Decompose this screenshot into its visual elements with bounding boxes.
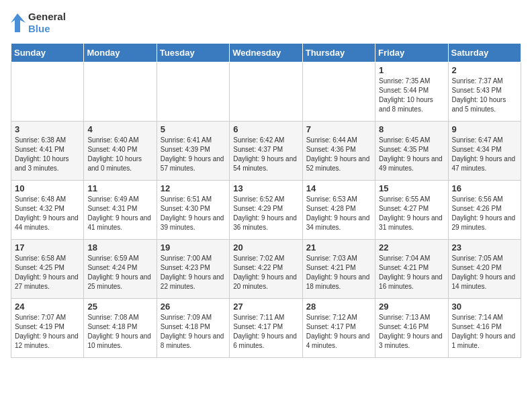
calendar-cell	[230, 62, 302, 122]
calendar-cell: 19Sunrise: 7:00 AM Sunset: 4:23 PM Dayli…	[157, 240, 229, 299]
day-info: Sunrise: 6:56 AM Sunset: 4:26 PM Dayligh…	[452, 195, 517, 232]
day-info: Sunrise: 7:37 AM Sunset: 5:43 PM Dayligh…	[452, 77, 517, 114]
calendar-cell: 24Sunrise: 7:07 AM Sunset: 4:19 PM Dayli…	[11, 299, 84, 358]
week-row-1: 3Sunrise: 6:38 AM Sunset: 4:41 PM Daylig…	[11, 122, 521, 181]
day-info: Sunrise: 6:48 AM Sunset: 4:32 PM Dayligh…	[15, 195, 80, 232]
day-number: 22	[379, 242, 444, 253]
calendar-cell: 7Sunrise: 6:44 AM Sunset: 4:36 PM Daylig…	[302, 122, 375, 181]
calendar-cell: 2Sunrise: 7:37 AM Sunset: 5:43 PM Daylig…	[448, 62, 521, 122]
calendar-cell: 25Sunrise: 7:08 AM Sunset: 4:18 PM Dayli…	[84, 299, 157, 358]
calendar-cell	[157, 62, 229, 122]
day-number: 30	[452, 302, 517, 312]
day-number: 26	[161, 302, 226, 312]
day-info: Sunrise: 6:55 AM Sunset: 4:27 PM Dayligh…	[379, 195, 444, 232]
day-number: 21	[306, 242, 371, 253]
week-row-3: 17Sunrise: 6:58 AM Sunset: 4:25 PM Dayli…	[11, 240, 521, 299]
day-number: 24	[15, 302, 80, 312]
day-number: 8	[379, 124, 444, 134]
header-thursday: Thursday	[302, 44, 375, 62]
logo-general: General	[28, 11, 66, 23]
calendar-cell: 26Sunrise: 7:09 AM Sunset: 4:18 PM Dayli…	[157, 299, 229, 358]
calendar-cell: 3Sunrise: 6:38 AM Sunset: 4:41 PM Daylig…	[11, 122, 84, 181]
day-info: Sunrise: 7:11 AM Sunset: 4:17 PM Dayligh…	[233, 313, 298, 351]
calendar-cell: 11Sunrise: 6:49 AM Sunset: 4:31 PM Dayli…	[84, 181, 157, 240]
week-row-2: 10Sunrise: 6:48 AM Sunset: 4:32 PM Dayli…	[11, 181, 521, 240]
day-number: 7	[306, 124, 371, 134]
day-info: Sunrise: 7:35 AM Sunset: 5:44 PM Dayligh…	[379, 77, 444, 114]
day-number: 6	[233, 124, 298, 134]
day-number: 3	[15, 124, 80, 134]
day-info: Sunrise: 7:08 AM Sunset: 4:18 PM Dayligh…	[87, 313, 152, 351]
calendar-cell: 9Sunrise: 6:47 AM Sunset: 4:34 PM Daylig…	[448, 122, 521, 181]
day-info: Sunrise: 7:00 AM Sunset: 4:23 PM Dayligh…	[161, 254, 226, 291]
day-info: Sunrise: 7:09 AM Sunset: 4:18 PM Dayligh…	[161, 313, 226, 351]
header-friday: Friday	[375, 44, 448, 62]
day-info: Sunrise: 6:47 AM Sunset: 4:34 PM Dayligh…	[452, 136, 517, 173]
day-number: 25	[87, 302, 152, 312]
calendar-cell: 16Sunrise: 6:56 AM Sunset: 4:26 PM Dayli…	[448, 181, 521, 240]
calendar-cell: 17Sunrise: 6:58 AM Sunset: 4:25 PM Dayli…	[11, 240, 84, 299]
day-number: 15	[379, 183, 444, 193]
day-info: Sunrise: 7:14 AM Sunset: 4:16 PM Dayligh…	[452, 313, 517, 351]
day-number: 2	[452, 65, 517, 75]
header-saturday: Saturday	[448, 44, 521, 62]
header-tuesday: Tuesday	[157, 44, 229, 62]
day-info: Sunrise: 6:52 AM Sunset: 4:29 PM Dayligh…	[233, 195, 298, 232]
calendar-cell	[84, 62, 157, 122]
day-info: Sunrise: 6:49 AM Sunset: 4:31 PM Dayligh…	[87, 195, 152, 232]
calendar-cell: 10Sunrise: 6:48 AM Sunset: 4:32 PM Dayli…	[11, 181, 84, 240]
day-number: 9	[452, 124, 517, 134]
calendar-cell: 28Sunrise: 7:12 AM Sunset: 4:17 PM Dayli…	[302, 299, 375, 358]
day-info: Sunrise: 7:13 AM Sunset: 4:16 PM Dayligh…	[379, 313, 444, 351]
calendar-cell: 27Sunrise: 7:11 AM Sunset: 4:17 PM Dayli…	[230, 299, 302, 358]
calendar-cell: 8Sunrise: 6:45 AM Sunset: 4:35 PM Daylig…	[375, 122, 448, 181]
day-number: 17	[15, 242, 80, 253]
day-number: 1	[379, 65, 444, 75]
day-number: 10	[15, 183, 80, 193]
day-info: Sunrise: 6:51 AM Sunset: 4:30 PM Dayligh…	[161, 195, 226, 232]
calendar-cell: 5Sunrise: 6:41 AM Sunset: 4:39 PM Daylig…	[157, 122, 229, 181]
header-sunday: Sunday	[11, 44, 84, 62]
calendar-cell: 1Sunrise: 7:35 AM Sunset: 5:44 PM Daylig…	[375, 62, 448, 122]
calendar-cell: 20Sunrise: 7:02 AM Sunset: 4:22 PM Dayli…	[230, 240, 302, 299]
day-number: 20	[233, 242, 298, 253]
day-number: 11	[87, 183, 152, 193]
day-info: Sunrise: 7:07 AM Sunset: 4:19 PM Dayligh…	[15, 313, 80, 351]
calendar-cell: 29Sunrise: 7:13 AM Sunset: 4:16 PM Dayli…	[375, 299, 448, 358]
day-number: 13	[233, 183, 298, 193]
day-info: Sunrise: 6:40 AM Sunset: 4:40 PM Dayligh…	[87, 136, 152, 173]
calendar-cell: 12Sunrise: 6:51 AM Sunset: 4:30 PM Dayli…	[157, 181, 229, 240]
day-number: 19	[161, 242, 226, 253]
header-monday: Monday	[84, 44, 157, 62]
page-header: General Blue	[11, 11, 521, 35]
day-number: 12	[161, 183, 226, 193]
calendar-cell: 4Sunrise: 6:40 AM Sunset: 4:40 PM Daylig…	[84, 122, 157, 181]
day-number: 14	[306, 183, 371, 193]
logo-blue: Blue	[28, 23, 66, 35]
calendar-cell: 22Sunrise: 7:04 AM Sunset: 4:21 PM Dayli…	[375, 240, 448, 299]
day-info: Sunrise: 6:42 AM Sunset: 4:37 PM Dayligh…	[233, 136, 298, 173]
calendar-cell: 23Sunrise: 7:05 AM Sunset: 4:20 PM Dayli…	[448, 240, 521, 299]
day-info: Sunrise: 6:41 AM Sunset: 4:39 PM Dayligh…	[161, 136, 226, 173]
header-wednesday: Wednesday	[230, 44, 302, 62]
day-info: Sunrise: 7:12 AM Sunset: 4:17 PM Dayligh…	[306, 313, 371, 351]
day-info: Sunrise: 6:59 AM Sunset: 4:24 PM Dayligh…	[87, 254, 152, 291]
calendar-table: SundayMondayTuesdayWednesdayThursdayFrid…	[11, 43, 521, 358]
day-info: Sunrise: 6:44 AM Sunset: 4:36 PM Dayligh…	[306, 136, 371, 173]
logo: General Blue	[11, 11, 66, 35]
day-number: 23	[452, 242, 517, 253]
calendar-cell: 30Sunrise: 7:14 AM Sunset: 4:16 PM Dayli…	[448, 299, 521, 358]
day-info: Sunrise: 7:05 AM Sunset: 4:20 PM Dayligh…	[452, 254, 517, 291]
calendar-cell: 21Sunrise: 7:03 AM Sunset: 4:21 PM Dayli…	[302, 240, 375, 299]
day-number: 18	[87, 242, 152, 253]
day-number: 5	[161, 124, 226, 134]
logo-bird-icon	[11, 11, 26, 35]
day-info: Sunrise: 7:03 AM Sunset: 4:21 PM Dayligh…	[306, 254, 371, 291]
calendar-cell	[302, 62, 375, 122]
week-row-0: 1Sunrise: 7:35 AM Sunset: 5:44 PM Daylig…	[11, 62, 521, 122]
day-info: Sunrise: 6:58 AM Sunset: 4:25 PM Dayligh…	[15, 254, 80, 291]
day-number: 28	[306, 302, 371, 312]
calendar-cell: 15Sunrise: 6:55 AM Sunset: 4:27 PM Dayli…	[375, 181, 448, 240]
calendar-cell: 6Sunrise: 6:42 AM Sunset: 4:37 PM Daylig…	[230, 122, 302, 181]
calendar-cell	[11, 62, 84, 122]
